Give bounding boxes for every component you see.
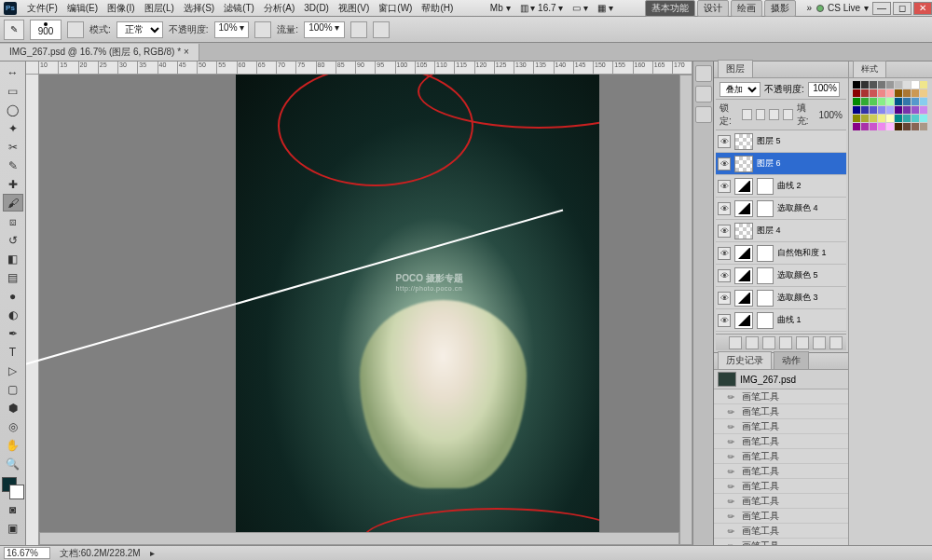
color-swatch[interactable]	[853, 89, 860, 97]
color-swatch[interactable]	[903, 115, 911, 122]
history-step[interactable]: ✎画笔工具	[714, 449, 848, 464]
history-step[interactable]: ✎画笔工具	[714, 494, 848, 509]
menu-item[interactable]: 分析(A)	[259, 3, 299, 13]
layer-name-label[interactable]: 曲线 1	[777, 314, 844, 326]
color-swatch[interactable]	[870, 89, 877, 97]
healing-tool[interactable]: ✚	[3, 175, 23, 193]
color-swatch[interactable]	[920, 81, 927, 89]
color-swatch[interactable]	[870, 123, 877, 130]
marquee-tool[interactable]: ▭	[3, 82, 23, 100]
swatch-styles-tab[interactable]: 样式	[853, 61, 886, 77]
brush-tool[interactable]: 🖌	[3, 194, 23, 212]
layer-row[interactable]: 👁 图层 4	[716, 220, 846, 242]
brush-preset-picker[interactable]: 900	[30, 20, 62, 40]
layer-row[interactable]: 👁 图层 5	[716, 130, 846, 153]
minimize-button[interactable]: —	[872, 2, 891, 15]
layer-thumbnail[interactable]	[734, 267, 753, 284]
shape-tool[interactable]: ▢	[3, 380, 23, 398]
blur-tool[interactable]: ●	[3, 287, 23, 305]
adjustment-layer-icon[interactable]	[779, 336, 792, 349]
gradient-tool[interactable]: ▤	[3, 268, 23, 286]
color-swatch[interactable]	[886, 123, 894, 130]
color-swatch[interactable]	[878, 115, 885, 122]
layer-thumbnail[interactable]	[734, 200, 753, 217]
layer-mask-icon[interactable]	[762, 336, 775, 349]
eyedropper-tool[interactable]: ✎	[3, 157, 23, 174]
quickmask-toggle[interactable]: ◙	[3, 500, 23, 518]
menu-mb[interactable]: Mb ▾	[486, 3, 515, 13]
close-tab-icon[interactable]: ×	[184, 47, 189, 57]
history-step[interactable]: ✎画笔工具	[714, 464, 848, 479]
actions-tab[interactable]: 动作	[774, 351, 809, 369]
color-swatch[interactable]	[911, 81, 919, 89]
workspace-tab[interactable]: 摄影	[764, 0, 796, 17]
layer-thumbnail[interactable]	[734, 223, 753, 239]
menu-item[interactable]: 文件(F)	[22, 3, 62, 13]
layer-blend-mode-select[interactable]: 叠加	[720, 82, 761, 97]
color-swatch[interactable]	[886, 98, 894, 105]
history-step[interactable]: ✎画笔工具	[714, 434, 848, 449]
color-swatch[interactable]	[920, 115, 927, 122]
dock-icon-1[interactable]	[695, 65, 712, 82]
menu-item[interactable]: 选择(S)	[179, 3, 219, 13]
visibility-toggle-icon[interactable]: 👁	[718, 269, 731, 282]
cslive-button[interactable]: CS Live ▾	[816, 3, 869, 13]
color-swatch[interactable]	[853, 115, 860, 122]
layer-thumbnail[interactable]	[734, 133, 753, 150]
info-chevron-icon[interactable]: ▸	[150, 548, 155, 558]
color-swatch[interactable]	[903, 106, 911, 114]
color-swatch[interactable]	[861, 89, 869, 97]
color-swatch[interactable]	[895, 98, 902, 105]
layer-mask-thumbnail[interactable]	[757, 245, 774, 262]
color-swatches[interactable]	[2, 477, 24, 499]
eraser-tool[interactable]: ◧	[3, 250, 23, 267]
history-step[interactable]: ✎画笔工具	[714, 389, 848, 404]
color-swatch[interactable]	[870, 98, 877, 105]
menu-screen[interactable]: ▭ ▾	[568, 3, 593, 13]
wand-tool[interactable]: ✦	[3, 119, 23, 137]
color-swatch[interactable]	[886, 89, 894, 97]
layer-thumbnail[interactable]	[734, 312, 753, 329]
layer-thumbnail[interactable]	[734, 178, 753, 195]
color-swatch[interactable]	[878, 106, 885, 114]
color-swatch[interactable]	[911, 106, 919, 114]
layer-thumbnail[interactable]	[734, 156, 753, 172]
brush-panel-toggle-icon[interactable]	[67, 21, 84, 38]
color-swatch[interactable]	[861, 81, 869, 89]
visibility-toggle-icon[interactable]: 👁	[718, 292, 731, 305]
layer-name-label[interactable]: 图层 6	[757, 157, 844, 170]
history-step[interactable]: ✎画笔工具	[714, 509, 848, 524]
layer-mask-thumbnail[interactable]	[757, 200, 774, 217]
visibility-toggle-icon[interactable]: 👁	[718, 202, 731, 215]
pressure-opacity-icon[interactable]	[254, 21, 271, 38]
color-swatch[interactable]	[886, 81, 894, 89]
history-snapshot-name[interactable]: IMG_267.psd	[740, 375, 796, 385]
color-swatch[interactable]	[861, 106, 869, 114]
workspace-tab[interactable]: 基本功能	[645, 0, 695, 17]
new-layer-icon[interactable]	[813, 336, 826, 349]
menu-item[interactable]: 3D(D)	[299, 3, 334, 13]
history-snapshot-thumb[interactable]	[718, 372, 736, 387]
color-swatch[interactable]	[911, 98, 919, 105]
vertical-ruler[interactable]	[26, 75, 39, 545]
layers-tab[interactable]: 图层	[718, 60, 753, 77]
color-swatch[interactable]	[853, 98, 860, 105]
color-swatch[interactable]	[911, 123, 919, 130]
visibility-toggle-icon[interactable]: 👁	[718, 225, 731, 238]
color-swatch[interactable]	[903, 89, 911, 97]
lock-all-icon[interactable]	[783, 109, 793, 120]
pen-tool[interactable]: ✒	[3, 324, 23, 342]
menu-item[interactable]: 图像(I)	[103, 3, 139, 13]
history-tab[interactable]: 历史记录	[718, 351, 772, 369]
layer-row[interactable]: 👁 选取颜色 4	[716, 198, 846, 220]
zoom-level-input[interactable]: 16.67%	[4, 547, 50, 559]
canvas-scrollbar-vertical[interactable]	[679, 75, 692, 545]
menu-item[interactable]: 图层(L)	[140, 3, 179, 13]
layer-mask-thumbnail[interactable]	[757, 267, 774, 284]
color-swatch[interactable]	[920, 89, 927, 97]
visibility-toggle-icon[interactable]: 👁	[718, 180, 731, 193]
color-swatch[interactable]	[878, 89, 885, 97]
color-swatch[interactable]	[895, 115, 902, 122]
layer-name-label[interactable]: 自然饱和度 1	[777, 247, 844, 259]
menu-item[interactable]: 编辑(E)	[62, 3, 103, 13]
